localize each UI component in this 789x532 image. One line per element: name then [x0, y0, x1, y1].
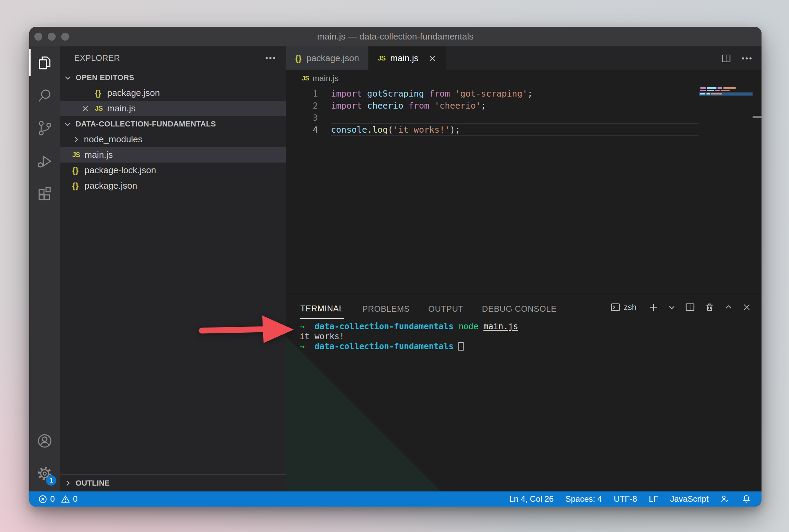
gutter: 1234	[286, 88, 318, 136]
js-file-icon: JS	[302, 75, 309, 82]
cursor-position[interactable]: Ln 4, Col 26	[509, 494, 554, 504]
file-row-package-lock-json[interactable]: {}package-lock.json	[60, 163, 286, 178]
warning-count: 0	[73, 494, 77, 504]
breadcrumb-item[interactable]: main.js	[312, 74, 338, 83]
split-terminal-icon[interactable]	[685, 302, 695, 312]
editor-more-actions-icon[interactable]	[742, 57, 752, 60]
close-tab-icon[interactable]	[428, 54, 436, 63]
row-label: DATA-COLLECTION-FUNDAMENTALS	[76, 120, 216, 129]
minimap-current-line	[699, 92, 753, 96]
sidebar-rows: OPEN EDITORS{}package.jsonJSmain.jsDATA-…	[60, 70, 286, 193]
files-icon	[36, 54, 53, 71]
accounts-button[interactable]	[29, 424, 60, 457]
notifications-bell-icon[interactable]	[742, 494, 751, 504]
warning-icon	[61, 495, 70, 504]
overview-ruler-marker	[753, 116, 762, 118]
line-number: 1	[286, 88, 318, 100]
code-line: import cheerio from 'cheerio';	[331, 100, 533, 112]
account-icon	[36, 432, 54, 450]
code-line: import gotScraping from 'got-scraping';	[331, 88, 533, 100]
outline-label: OUTLINE	[76, 479, 110, 488]
terminal-output[interactable]: → data-collection-fundamentals node main…	[300, 322, 518, 352]
editor-actions	[721, 46, 762, 70]
explorer-more-actions-icon[interactable]	[265, 57, 276, 59]
language-mode[interactable]: JavaScript	[670, 494, 709, 504]
section-header-open-editors[interactable]: OPEN EDITORS	[60, 70, 286, 85]
run-and-debug-icon	[36, 152, 53, 169]
window-title: main.js — data-collection-fundamentals	[29, 31, 762, 42]
extensions-icon	[36, 185, 53, 202]
file-row-package-json[interactable]: {}package.json	[60, 178, 286, 193]
annotation-arrow	[194, 309, 304, 353]
chevron-right-icon	[64, 479, 76, 487]
panel-header: TERMINALPROBLEMSOUTPUTDEBUG CONSOLE zsh	[286, 294, 762, 320]
eol-sequence[interactable]: LF	[649, 494, 658, 504]
file-row-main-js[interactable]: JSmain.js	[60, 101, 286, 116]
indentation[interactable]: Spaces: 4	[565, 494, 602, 504]
terminal-cursor	[458, 342, 464, 351]
terminal-line: it works!	[300, 332, 518, 342]
activity-bar-bottom: 1	[29, 424, 60, 490]
chevron-right-icon	[72, 136, 84, 143]
json-file-icon: {}	[72, 166, 85, 175]
vscode-window: main.js — data-collection-fundamentals	[29, 27, 762, 507]
maximize-panel-icon[interactable]	[724, 303, 733, 312]
active-indicator	[29, 49, 31, 76]
launch-profile-chevron-icon[interactable]	[668, 303, 676, 311]
split-editor-icon[interactable]	[721, 53, 731, 64]
tab-label: main.js	[390, 53, 418, 64]
close-window-button[interactable]	[34, 33, 42, 41]
panel-tab-terminal[interactable]: TERMINAL	[300, 296, 344, 319]
status-bar: 0 0 Ln 4, Col 26 Spaces: 4 UTF-8 LF Java…	[29, 491, 762, 507]
encoding[interactable]: UTF-8	[614, 494, 637, 504]
error-icon	[38, 495, 47, 504]
file-row-node-modules[interactable]: node_modules	[60, 132, 286, 147]
outline-section-header[interactable]: OUTLINE	[60, 474, 286, 491]
problems-status[interactable]: 0 0	[38, 494, 78, 504]
shell-selector[interactable]: zsh	[611, 302, 636, 312]
file-row-main-js[interactable]: JSmain.js	[60, 147, 286, 163]
chevron-down-icon	[64, 74, 76, 81]
file-row-package-json[interactable]: {}package.json	[60, 85, 286, 101]
status-right: Ln 4, Col 26 Spaces: 4 UTF-8 LF JavaScri…	[509, 494, 751, 504]
row-label: package.json	[107, 88, 160, 98]
line-number: 2	[286, 100, 318, 112]
feedback-icon[interactable]	[720, 494, 730, 504]
row-label: OPEN EDITORS	[76, 73, 134, 82]
activity-item-explorer[interactable]	[29, 46, 60, 79]
activity-item-extensions[interactable]	[29, 177, 60, 210]
new-terminal-icon[interactable]	[648, 302, 659, 312]
code-lines: import gotScraping from 'got-scraping';i…	[331, 88, 533, 136]
section-header-data-collection-fundamentals[interactable]: DATA-COLLECTION-FUNDAMENTALS	[60, 116, 286, 132]
json-file-icon: {}	[95, 88, 107, 98]
activity-item-run-debug[interactable]	[29, 144, 60, 177]
row-label: node_modules	[84, 134, 143, 145]
tab-main-js[interactable]: JSmain.js	[368, 46, 446, 70]
titlebar[interactable]: main.js — data-collection-fundamentals	[29, 27, 762, 46]
code-editor[interactable]: 1234 import gotScraping from 'got-scrapi…	[286, 87, 762, 294]
status-left: 0 0	[38, 494, 78, 504]
kill-terminal-trash-icon[interactable]	[704, 302, 715, 312]
json-file-icon: {}	[72, 181, 85, 191]
close-editor-icon[interactable]	[81, 104, 95, 113]
activity-item-source-control[interactable]	[29, 112, 60, 144]
window-controls	[34, 27, 69, 46]
row-label: package.json	[85, 180, 137, 191]
minimize-window-button[interactable]	[48, 33, 56, 41]
panel-tab-output[interactable]: OUTPUT	[427, 296, 464, 319]
tab-strip: {}package.jsonJSmain.js	[286, 46, 446, 70]
row-label: package-lock.json	[85, 165, 156, 176]
zoom-window-button[interactable]	[61, 33, 69, 41]
breadcrumb[interactable]: JS main.js	[286, 70, 762, 87]
activity-item-search[interactable]	[29, 79, 60, 112]
settings-button[interactable]: 1	[29, 457, 60, 490]
close-panel-icon[interactable]	[742, 303, 751, 312]
panel-tab-problems[interactable]: PROBLEMS	[362, 296, 410, 319]
settings-badge: 1	[46, 475, 56, 486]
tab-package-json[interactable]: {}package.json	[286, 46, 368, 70]
minimap[interactable]	[699, 87, 753, 96]
terminal-line: → data-collection-fundamentals	[300, 342, 518, 352]
sidebar-title: EXPLORER	[74, 53, 265, 63]
source-control-icon	[36, 120, 53, 137]
panel-tab-debug-console[interactable]: DEBUG CONSOLE	[481, 296, 557, 319]
